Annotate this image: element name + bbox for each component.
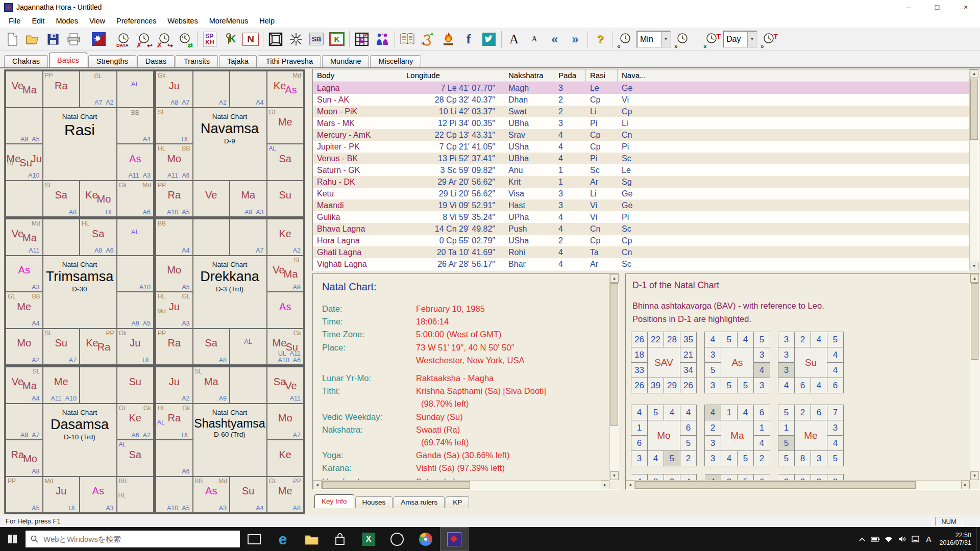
- battery-icon[interactable]: [869, 527, 882, 551]
- minimize-button[interactable]: –: [894, 0, 923, 14]
- chevron-up-icon[interactable]: [855, 527, 869, 551]
- table-row-bhava-lagna[interactable]: Bhava Lagna14 Cn 29' 49.82″Push4CnSc: [313, 223, 978, 235]
- previous-button[interactable]: «: [545, 29, 565, 49]
- menu-websites[interactable]: Websites: [162, 17, 203, 25]
- nadi-button[interactable]: N: [240, 29, 261, 49]
- tab-amsa-rulers[interactable]: Amsa rulers: [394, 496, 445, 508]
- scroll-up-arrow[interactable]: ▲: [970, 274, 979, 283]
- tab-chakras[interactable]: Chakras: [4, 55, 48, 67]
- tab-tithi-pravesha[interactable]: Tithi Pravesha: [258, 55, 321, 67]
- menu-modes[interactable]: Modes: [50, 17, 84, 25]
- chart-grid-button[interactable]: [265, 29, 286, 49]
- taskbar-app-jhora[interactable]: [440, 527, 469, 551]
- menu-file[interactable]: File: [3, 17, 26, 25]
- next-button[interactable]: »: [565, 29, 585, 49]
- d1-vertical-scrollbar[interactable]: ▲ ▼: [970, 274, 979, 489]
- column-header-pada[interactable]: Pada: [554, 69, 586, 82]
- table-row-ketu[interactable]: Ketu29 Li 20' 56.62″Visa3LiGe: [313, 188, 978, 199]
- appearance-button[interactable]: [88, 29, 109, 49]
- tab-houses[interactable]: Houses: [355, 496, 393, 508]
- table-row-hora-lagna[interactable]: Hora Lagna0 Cp 55' 02.79″USha2CpCp: [313, 235, 978, 246]
- chevron-down-icon[interactable]: ▼: [747, 32, 756, 47]
- compatibility-button[interactable]: [372, 29, 393, 49]
- scroll-right-arrow[interactable]: ►: [601, 481, 609, 489]
- column-header-nava[interactable]: Nava...: [618, 69, 651, 82]
- tab-miscellany[interactable]: Miscellany: [370, 55, 421, 67]
- date-step-select[interactable]: Day▼: [723, 31, 757, 48]
- column-header-body[interactable]: Body: [313, 69, 402, 82]
- facebook-button[interactable]: f: [458, 29, 479, 49]
- taskbar-clock[interactable]: 22:50 2016/07/31: [935, 532, 976, 547]
- table-row-mercury-amk[interactable]: Mercury - AmK22 Cp 13' 43.31″Srav4CpCn: [313, 129, 978, 141]
- close-button[interactable]: ×: [951, 0, 980, 14]
- show-desktop-button[interactable]: [976, 527, 980, 551]
- menu-moremenus[interactable]: MoreMenus: [204, 17, 254, 25]
- start-button[interactable]: [0, 527, 24, 551]
- natal-vertical-scrollbar[interactable]: ▲ ▼: [609, 274, 619, 489]
- scroll-left-arrow[interactable]: ◄: [313, 481, 322, 489]
- taskbar-app-circle-app[interactable]: [383, 527, 411, 551]
- twitter-button[interactable]: [479, 29, 499, 49]
- ime-indicator[interactable]: A: [922, 527, 935, 551]
- scroll-down-arrow[interactable]: ▼: [610, 471, 619, 480]
- menu-preferences[interactable]: Preferences: [111, 17, 162, 25]
- table-row-mars-mk[interactable]: Mars - MK12 Pi 34' 00.35″UBha3PiLi: [313, 117, 978, 129]
- maximize-button[interactable]: □: [923, 0, 951, 14]
- bhava-grid-button[interactable]: B: [352, 29, 372, 49]
- menu-help[interactable]: Help: [254, 17, 280, 25]
- speaker-icon[interactable]: [895, 527, 909, 551]
- d1-horizontal-scrollbar[interactable]: ◄ ►: [626, 480, 970, 489]
- time-redo-button[interactable]: ✗↪: [154, 29, 175, 49]
- time-step-forward-button[interactable]: »: [672, 29, 693, 49]
- tab-dasas[interactable]: Dasas: [137, 55, 175, 67]
- taskbar-app-chrome[interactable]: [411, 527, 440, 551]
- taskbar-app-edge[interactable]: e: [268, 527, 297, 551]
- scroll-right-arrow[interactable]: ►: [961, 481, 970, 489]
- font-decrease-button[interactable]: A: [524, 29, 545, 49]
- tab-transits[interactable]: Transits: [176, 55, 218, 67]
- tab-strengths[interactable]: Strengths: [88, 55, 136, 67]
- date-step-forward-button[interactable]: T»: [758, 29, 779, 49]
- taskbar-app-file-explorer[interactable]: [297, 527, 326, 551]
- font-increase-button[interactable]: A: [504, 29, 524, 49]
- table-row-sun-ak[interactable]: Sun - AK28 Cp 32' 40.37″Dhan2CpVi: [313, 94, 978, 106]
- sb-table-button[interactable]: SB: [306, 29, 327, 49]
- column-header-nakshatra[interactable]: Nakshatra: [504, 69, 554, 82]
- time-step-back-button[interactable]: «: [615, 29, 635, 49]
- column-header-rasi[interactable]: Rasi: [586, 69, 618, 82]
- date-step-back-button[interactable]: T«: [701, 29, 722, 49]
- kota-chakra-button[interactable]: K: [327, 29, 347, 49]
- tab-key-info[interactable]: Key Info: [314, 494, 354, 508]
- table-row-saturn-gk[interactable]: Saturn - GK3 Sc 59' 09.82″Anu1ScLe: [313, 164, 978, 176]
- time-undo-button[interactable]: ✗↩: [134, 29, 154, 49]
- column-header-longitude[interactable]: Longitude: [402, 69, 504, 82]
- help-button[interactable]: ?: [590, 29, 610, 49]
- table-row-venus-bk[interactable]: Venus - BK13 Pi 52' 37.41″UBha4PiSc: [313, 153, 978, 164]
- print-button[interactable]: [63, 29, 84, 49]
- tab-tajaka[interactable]: Tajaka: [219, 55, 257, 67]
- scroll-down-arrow[interactable]: ▼: [970, 471, 979, 480]
- timezone-button[interactable]: TZ⇄: [175, 29, 195, 49]
- table-row-ghati-lagna[interactable]: Ghati Lagna20 Ta 10' 41.69″Rohi4TaCn: [313, 246, 978, 258]
- menu-view[interactable]: View: [84, 17, 111, 25]
- taskbar-app-store[interactable]: [326, 527, 354, 551]
- save-button[interactable]: [43, 29, 63, 49]
- search-input[interactable]: [42, 534, 240, 544]
- tab-basics[interactable]: Basics: [49, 53, 87, 67]
- scroll-up-arrow[interactable]: ▲: [610, 274, 619, 283]
- tab-mundane[interactable]: Mundane: [322, 55, 369, 67]
- table-row-vighati-lagna[interactable]: Vighati Lagna26 Ar 28' 56.17″Bhar4ArSc: [313, 258, 978, 270]
- kp-key-button[interactable]: K: [220, 29, 240, 49]
- tab-kp[interactable]: KP: [446, 496, 469, 508]
- menu-edit[interactable]: Edit: [26, 17, 50, 25]
- scroll-up-arrow[interactable]: ▲: [970, 69, 978, 78]
- open-file-button[interactable]: [22, 29, 43, 49]
- table-row-gulika[interactable]: Gulika8 Vi 59' 35.24″UPha4ViPi: [313, 211, 978, 223]
- table-vertical-scrollbar[interactable]: ▲ ▼: [969, 69, 978, 270]
- taskbar-app-excel[interactable]: X: [354, 527, 383, 551]
- chevron-down-icon[interactable]: ▼: [661, 32, 670, 47]
- table-row-jupiter-pk[interactable]: Jupiter - PK7 Cp 21' 41.05″USha4CpPi: [313, 141, 978, 153]
- table-row-rahu-dk[interactable]: Rahu - DK29 Ar 20' 56.62″Krit1ArSg: [313, 176, 978, 188]
- om-audio-button[interactable]: [418, 29, 438, 49]
- birth-data-button[interactable]: DATA: [113, 29, 134, 49]
